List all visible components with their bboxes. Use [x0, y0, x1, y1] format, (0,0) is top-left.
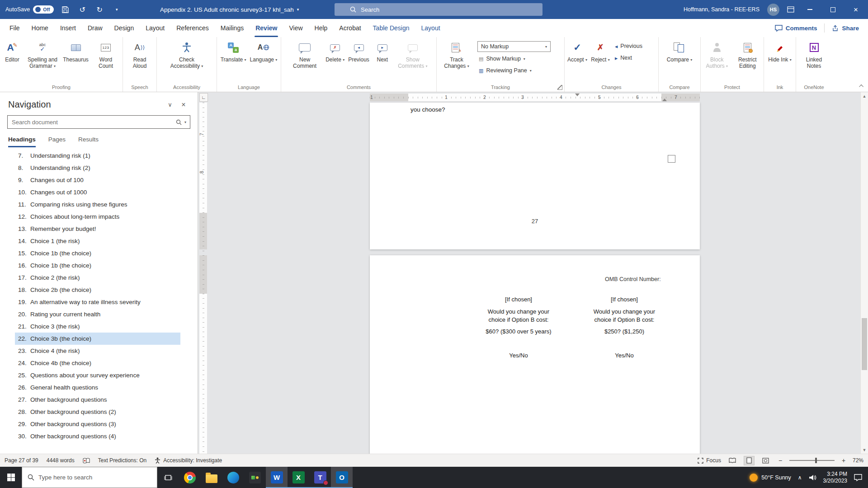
redo-button[interactable]: ↻: [94, 3, 105, 16]
menu-tab[interactable]: References: [170, 19, 215, 37]
restrict-editing-button[interactable]: Restrict Editing: [732, 38, 763, 82]
heading-item[interactable]: 13. Remember your budget!: [15, 223, 180, 235]
menu-tab[interactable]: Layout: [140, 19, 170, 37]
ribbon-display-options-button[interactable]: [787, 6, 794, 13]
menu-tab[interactable]: Design: [108, 19, 140, 37]
web-layout-button[interactable]: [760, 456, 771, 465]
edge-icon[interactable]: [222, 467, 244, 488]
language-button[interactable]: A Language ▾: [248, 38, 279, 82]
collapse-ribbon-button[interactable]: [859, 83, 865, 89]
read-mode-button[interactable]: [727, 456, 738, 465]
print-layout-button[interactable]: [744, 456, 755, 465]
document-page-27[interactable]: you choose? 27: [370, 103, 700, 249]
linked-notes-button[interactable]: N Linked Notes: [797, 38, 831, 82]
zoom-level[interactable]: 72%: [853, 457, 863, 464]
read-aloud-button[interactable]: A⟩⟩ Read Aloud: [124, 38, 156, 82]
reviewing-pane-button[interactable]: ▥ Reviewing Pane ▾: [477, 66, 551, 75]
heading-item[interactable]: 7. Understanding risk (1): [15, 150, 180, 162]
avatar[interactable]: HS: [767, 4, 779, 16]
weather-widget[interactable]: 50°F Sunny: [750, 474, 791, 482]
heading-item[interactable]: 11. Comparing risks using these figures: [15, 198, 180, 211]
taskbar-search-box[interactable]: Type here to search: [22, 467, 157, 488]
previous-change-button[interactable]: ◂ Previous: [613, 41, 644, 51]
minimize-button[interactable]: [802, 0, 817, 19]
tab-stop-selector[interactable]: ∟: [199, 93, 208, 102]
search-options-caret[interactable]: ▾: [184, 120, 186, 124]
next-change-button[interactable]: ▸ Next: [613, 53, 644, 63]
save-button[interactable]: [59, 3, 71, 16]
document-page-28[interactable]: OMB Control Number: [If chosen] Would yo…: [370, 255, 700, 454]
show-markup-button[interactable]: ▤ Show Markup ▾: [477, 54, 551, 64]
tab-headings[interactable]: Headings: [8, 136, 36, 147]
file-explorer-icon[interactable]: [201, 467, 222, 488]
action-center-button[interactable]: [854, 474, 862, 481]
volume-button[interactable]: [809, 474, 816, 481]
zoom-slider-thumb[interactable]: [815, 458, 817, 463]
heading-item[interactable]: 15. Choice 1b (the choice): [15, 247, 180, 259]
word-icon[interactable]: W: [266, 467, 288, 488]
menu-tab[interactable]: Mailings: [215, 19, 250, 37]
translate-button[interactable]: Aa Translate ▾: [219, 38, 248, 82]
excel-icon[interactable]: X: [288, 467, 309, 488]
outlook-icon[interactable]: O: [331, 467, 353, 488]
document-title[interactable]: Appendix 2. US Adult chronic survey3-17 …: [160, 0, 299, 19]
heading-item[interactable]: 9. Changes out of 100: [15, 174, 180, 186]
menu-tab[interactable]: Home: [26, 19, 54, 37]
thesaurus-button[interactable]: Thesaurus: [61, 38, 90, 82]
menu-tab[interactable]: Review: [250, 19, 283, 37]
scroll-up-button[interactable]: ▲: [861, 92, 868, 100]
check-accessibility-button[interactable]: Check Accessibility ▾: [168, 38, 206, 82]
undo-button[interactable]: ↺: [76, 3, 88, 16]
tab-pages[interactable]: Pages: [48, 136, 66, 147]
menu-tab[interactable]: Draw: [82, 19, 108, 37]
page-indicator[interactable]: Page 27 of 39: [5, 457, 38, 464]
app-icon-5[interactable]: [244, 467, 266, 488]
menu-tab[interactable]: Table Design: [367, 19, 415, 37]
heading-item[interactable]: 17. Choice 2 (the risk): [15, 272, 180, 284]
heading-item[interactable]: 26. General health questions: [15, 381, 180, 394]
word-count-button[interactable]: 123 Word Count: [90, 38, 122, 82]
zoom-in-button[interactable]: +: [840, 457, 847, 464]
menu-tab[interactable]: File: [4, 19, 26, 37]
task-view-button[interactable]: [157, 467, 179, 488]
close-button[interactable]: ×: [848, 0, 863, 19]
heading-item[interactable]: 8. Understanding risk (2): [15, 162, 180, 174]
start-button[interactable]: [0, 467, 22, 488]
share-button[interactable]: Share: [832, 25, 859, 32]
hide-ink-button[interactable]: Hide Ink ▾: [766, 38, 793, 82]
menu-tab[interactable]: Help: [309, 19, 334, 37]
editor-button[interactable]: A✎ Editor: [1, 38, 24, 82]
heading-item[interactable]: 12. Choices about long-term impacts: [15, 211, 180, 223]
customize-quick-access-button[interactable]: ▾: [111, 3, 123, 16]
delete-comment-button[interactable]: ✗ Delete ▾: [324, 38, 346, 82]
indent-marker[interactable]: [575, 94, 580, 99]
right-indent-marker[interactable]: [662, 96, 667, 101]
heading-item[interactable]: 10. Changes out of 1000: [15, 186, 180, 198]
accessibility-indicator[interactable]: Accessibility: Investigate: [155, 457, 222, 464]
menu-tab[interactable]: Insert: [54, 19, 82, 37]
spelling-grammar-button[interactable]: abc✓ Spelling and Grammar ▾: [24, 38, 61, 82]
navigation-options-button[interactable]: ∨: [163, 101, 177, 108]
autosave-toggle[interactable]: AutoSave Off: [5, 5, 54, 14]
track-changes-button[interactable]: ✎ Track Changes ▾: [438, 38, 476, 82]
heading-item[interactable]: 27. Other background questions: [15, 394, 180, 406]
heading-item[interactable]: 19. An alternative way to rate illness s…: [15, 296, 180, 308]
navigation-close-button[interactable]: ×: [177, 101, 190, 109]
title-search-box[interactable]: Search: [335, 3, 542, 16]
proofing-errors-button[interactable]: [83, 458, 90, 464]
menu-tab[interactable]: Layout: [415, 19, 446, 37]
heading-item[interactable]: 20. Rating your current health: [15, 308, 180, 320]
document-checkbox[interactable]: [668, 155, 675, 163]
menu-tab[interactable]: Acrobat: [333, 19, 367, 37]
next-comment-button[interactable]: ▸ Next: [371, 38, 394, 82]
previous-comment-button[interactable]: ◂ Previous: [346, 38, 371, 82]
zoom-slider[interactable]: [789, 460, 835, 461]
vertical-scrollbar[interactable]: ▲ ▼: [860, 92, 868, 454]
accept-button[interactable]: ✓ Accept ▾: [566, 38, 589, 82]
heading-item[interactable]: 16. Choice 1b (the choice): [15, 259, 180, 272]
clock[interactable]: 3:24 PM 3/20/2023: [823, 471, 847, 484]
heading-item[interactable]: 29. Other background questions (3): [15, 418, 180, 430]
tab-results[interactable]: Results: [78, 136, 99, 147]
text-predictions-indicator[interactable]: Text Predictions: On: [98, 457, 146, 464]
show-comments-button[interactable]: Show Comments ▾: [394, 38, 432, 82]
